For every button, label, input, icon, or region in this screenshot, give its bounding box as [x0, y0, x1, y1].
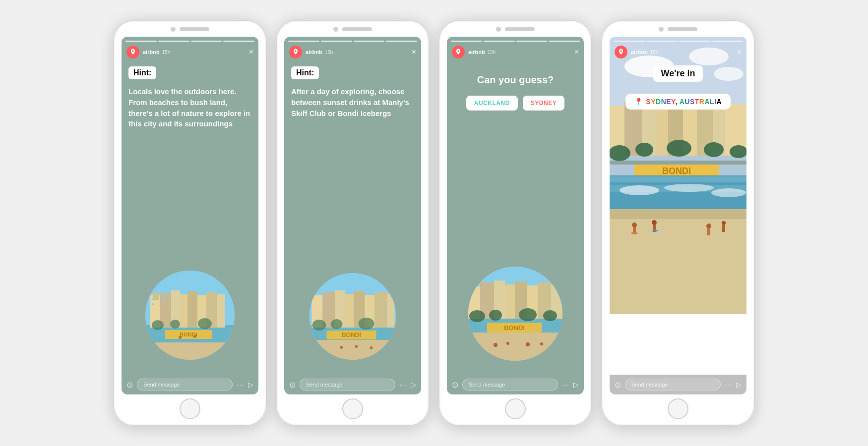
airbnb-logo-2: [289, 46, 302, 58]
phone-1-send-icon[interactable]: ▷: [248, 381, 253, 389]
phone-2-screen: airbnb 15h × Hint: After a day of explor…: [284, 37, 421, 394]
phones-container: airbnb 15h × Hint: Locals love the outdo…: [113, 20, 755, 426]
phone-2-send-icon[interactable]: ▷: [411, 381, 416, 389]
phone-3-send-icon[interactable]: ▷: [573, 381, 579, 389]
phone-3-story-header: airbnb 15h ×: [447, 44, 584, 61]
phone-4-body: We're in 📍 SYDNEY, AUSTRALIA: [610, 61, 746, 223]
phone-2-home-button[interactable]: [342, 398, 363, 419]
phone-4-title-wrap: We're in: [617, 65, 740, 89]
phone-2-story: airbnb 15h × Hint: After a day of explor…: [284, 37, 421, 394]
progress-bar-2-4: [386, 41, 417, 42]
phone-1-home-button[interactable]: [180, 398, 200, 419]
phone-4-top-bar: [601, 20, 755, 32]
airbnb-logo-3: [452, 46, 465, 58]
phone-2-progress: [284, 37, 421, 44]
phone-1-username: airbnb: [143, 49, 160, 55]
phone-1-dots[interactable]: ···: [237, 381, 244, 389]
phone-4-bottom: [601, 398, 755, 426]
phone-4-location-text: SYDNEY, AUSTRALIA: [646, 98, 722, 106]
phone-4: BONDI: [601, 20, 755, 426]
phone-4-story: BONDI: [610, 37, 746, 394]
phone-4-dots[interactable]: ···: [725, 381, 732, 389]
progress-bar-1: [125, 41, 157, 42]
phone-1-story: airbnb 15h × Hint: Locals love the outdo…: [122, 37, 258, 394]
phone-4-message-input[interactable]: Send message: [625, 379, 721, 390]
progress-bar-4: [223, 41, 254, 42]
phone-3: airbnb 15h × Can you guess? AUCKLAND SYD…: [438, 20, 592, 426]
progress-bar-4-2: [646, 41, 678, 42]
phone-4-camera-icon[interactable]: ⊙: [615, 380, 621, 390]
phone-4-user-info: airbnb 15h: [631, 49, 737, 55]
quiz-option-auckland[interactable]: AUCKLAND: [466, 96, 518, 111]
phone-4-location-badge: 📍 SYDNEY, AUSTRALIA: [625, 94, 731, 110]
phone-1-screen: airbnb 15h × Hint: Locals love the outdo…: [122, 37, 258, 394]
phone-1-message-input[interactable]: Send message: [137, 379, 233, 390]
phone-4-spacer: [610, 223, 746, 375]
phone-1-close[interactable]: ×: [249, 48, 253, 56]
phone-3-story: airbnb 15h × Can you guess? AUCKLAND SYD…: [447, 37, 584, 394]
phone-4-bottom-bar: ⊙ Send message ··· ▷: [610, 375, 746, 394]
phone-2-bottom-bar: ⊙ Send message ··· ▷: [284, 375, 421, 394]
phone-2-message-input[interactable]: Send message: [300, 379, 395, 390]
phone-3-home-button[interactable]: [505, 398, 526, 419]
phone-1-speaker: [180, 27, 209, 31]
phone-3-progress: [447, 37, 584, 44]
phone-2-close[interactable]: ×: [412, 48, 416, 56]
phone-3-message-input[interactable]: Send message: [462, 379, 558, 390]
phone-4-speaker: [668, 27, 697, 31]
phone-3-quiz-options: AUCKLAND SYDNEY: [454, 96, 577, 111]
phone-2-user-info: airbnb 15h: [306, 49, 412, 55]
progress-bar-3-2: [484, 41, 515, 42]
phone-3-close[interactable]: ×: [574, 48, 579, 56]
phone-3-time: 15h: [488, 50, 496, 55]
phone-1-camera-icon[interactable]: ⊙: [126, 380, 133, 390]
phone-1-top-bar: [113, 20, 267, 32]
phone-4-close[interactable]: ×: [737, 48, 742, 56]
phone-1-story-text: Locals love the outdoors here. From beac…: [128, 86, 251, 129]
location-pin-icon: 📍: [634, 98, 643, 106]
progress-bar-3-1: [451, 41, 482, 42]
phone-4-progress: [610, 37, 746, 44]
phone-4-time: 15h: [650, 50, 659, 55]
phone-1-bottom: [113, 398, 267, 426]
phone-2-story-text: After a day of exploring, choose between…: [291, 86, 414, 118]
phone-4-camera: [659, 27, 664, 32]
progress-bar-2-2: [321, 41, 352, 42]
phone-4-title-badge: We're in: [653, 65, 703, 82]
phone-4-send-icon[interactable]: ▷: [736, 381, 742, 389]
progress-bar-2-1: [288, 41, 319, 42]
phone-2-story-header: airbnb 15h ×: [284, 44, 421, 61]
phone-2-speaker: [342, 27, 372, 31]
phone-3-bottom-bar: ⊙ Send message ··· ▷: [447, 375, 584, 394]
progress-bar-2: [158, 41, 189, 42]
phone-2-body: Hint: After a day of exploring, choose b…: [284, 61, 421, 375]
phone-2: airbnb 15h × Hint: After a day of explor…: [276, 20, 430, 426]
phone-4-overlay: airbnb 15h × We're in 📍: [610, 37, 746, 394]
phone-4-home-button[interactable]: [668, 398, 688, 419]
quiz-option-sydney[interactable]: SYDNEY: [523, 96, 564, 111]
progress-bar-3-3: [516, 41, 548, 42]
phone-2-camera: [333, 27, 338, 32]
phone-4-username: airbnb: [631, 49, 648, 55]
phone-2-dots[interactable]: ···: [399, 381, 407, 389]
phone-4-location-wrap: 📍 SYDNEY, AUSTRALIA: [617, 94, 740, 110]
phone-2-top-bar: [276, 20, 430, 32]
phone-1-user-info: airbnb 15h: [143, 49, 249, 55]
phone-1-story-header: airbnb 15h ×: [122, 44, 258, 61]
phone-1-bottom-bar: ⊙ Send message ··· ▷: [122, 375, 258, 394]
phone-2-time: 15h: [325, 50, 333, 55]
phone-1-progress: [122, 37, 258, 44]
phone-3-camera-icon[interactable]: ⊙: [452, 380, 458, 390]
phone-3-user-info: airbnb 15h: [468, 49, 574, 55]
progress-bar-4-1: [614, 41, 645, 42]
progress-bar-4-3: [679, 41, 710, 42]
phone-4-story-header: airbnb 15h ×: [610, 44, 746, 61]
phone-3-body: Can you guess? AUCKLAND SYDNEY: [447, 61, 584, 375]
phone-3-top-bar: [438, 20, 592, 32]
phone-1-body: Hint: Locals love the outdoors here. Fro…: [122, 61, 258, 375]
phone-1-time: 15h: [162, 50, 171, 55]
phone-2-username: airbnb: [306, 49, 322, 55]
phone-3-quiz-question: Can you guess?: [454, 74, 577, 86]
phone-2-camera-icon[interactable]: ⊙: [289, 380, 296, 390]
phone-3-dots[interactable]: ···: [562, 381, 569, 389]
